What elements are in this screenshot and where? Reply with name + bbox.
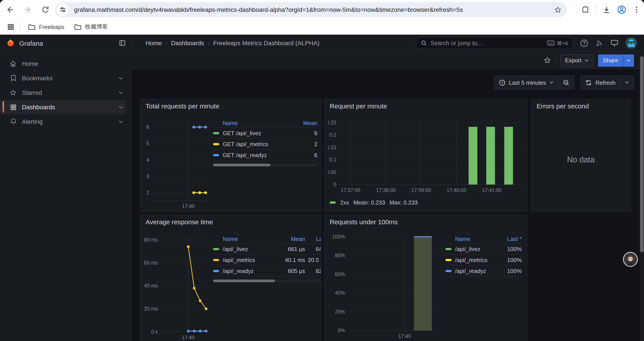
sidebar-toggle-icon[interactable]	[119, 40, 126, 47]
export-button[interactable]: Export	[560, 54, 594, 67]
sidebar-item-home[interactable]: Home	[0, 57, 131, 71]
svg-text:2: 2	[146, 190, 149, 195]
sidebar-item-label: Starred	[22, 89, 42, 96]
panel-errors-per-second[interactable]: Errors per second No data	[531, 99, 631, 212]
legend-scrollbar-thumb[interactable]	[213, 279, 275, 282]
legend-row[interactable]: GET /api/_metrics2	[213, 139, 318, 150]
apps-grid-icon[interactable]	[7, 23, 14, 31]
legend-row[interactable]: /api/_readyz605 µs620	[213, 265, 321, 276]
legend-scrollbar[interactable]	[213, 279, 321, 282]
grafana-app: Grafana Home › Dashboards › Freeleaps Me…	[0, 35, 644, 341]
panel-title[interactable]: Requests under 100ms	[330, 218, 398, 226]
grafana-logo[interactable]	[6, 39, 15, 47]
legend-column-name[interactable]: Name	[446, 235, 494, 242]
legend-row[interactable]: GET /api/_livez6	[213, 128, 318, 139]
svg-text:0.25: 0.25	[328, 120, 336, 126]
legend-column-mean[interactable]: Mean	[293, 120, 318, 126]
bookmark-icon	[10, 75, 17, 82]
legend-series-name[interactable]: /api/_livez	[446, 245, 494, 252]
legend-scrollbar[interactable]	[213, 164, 318, 166]
series-swatch	[446, 270, 452, 272]
help-icon[interactable]	[580, 39, 588, 47]
url-text[interactable]: grafana.mathmast.com/d/deytv4rwavabkb/fr…	[74, 6, 554, 13]
time-range-picker[interactable]: Last 5 minutes	[494, 76, 558, 89]
legend-column-last[interactable]: Last *	[494, 235, 522, 242]
actions-divider	[555, 56, 556, 65]
sidebar-item-label: Alerting	[22, 118, 43, 125]
legend-column-las[interactable]: Las	[305, 235, 321, 242]
favorite-dashboard-star-icon[interactable]	[544, 57, 551, 64]
legend-column-mean[interactable]: Mean	[278, 235, 305, 242]
legend-column-name[interactable]: Name	[213, 120, 293, 126]
svg-text:0%: 0%	[338, 327, 345, 333]
star-icon	[10, 89, 17, 96]
breadcrumb-dashboards[interactable]: Dashboards	[171, 40, 204, 47]
legend-series-name[interactable]: /api/_metrics	[446, 256, 494, 263]
legend-row[interactable]: /api/_readyz100%	[446, 265, 522, 276]
chevron-down-icon[interactable]	[118, 91, 123, 94]
url-bar[interactable]: grafana.mathmast.com/d/deytv4rwavabkb/fr…	[55, 2, 567, 17]
search-input[interactable]: Search or jump to... ⌘+k	[416, 37, 573, 49]
legend-series-name[interactable]: GET /api/_metrics	[213, 141, 293, 147]
panel-title[interactable]: Total requests per minute	[146, 102, 220, 110]
total-requests-chart[interactable]: 6543217:40	[142, 115, 215, 210]
panel-request-per-minute[interactable]: Request per minute 0.250.20.150.10.05017…	[324, 99, 528, 212]
svg-text:3: 3	[146, 173, 149, 179]
panel-title[interactable]: Errors per second	[536, 102, 589, 110]
requests-under-100ms-chart[interactable]: 100%80%60%40%20%0%17:40	[327, 231, 439, 341]
average-response-time-chart[interactable]: 80 ms60 ms40 ms20 ms0 s17:40	[142, 231, 215, 341]
sidebar-item-dashboards[interactable]: Dashboards	[0, 100, 126, 114]
legend-row[interactable]: /api/_metrics100%	[446, 254, 522, 265]
site-settings-icon[interactable]	[56, 4, 69, 16]
extensions-icon[interactable]	[581, 6, 590, 14]
back-icon[interactable]	[3, 2, 18, 17]
legend-series-name[interactable]: GET /api/_livez	[213, 130, 293, 136]
legend-row[interactable]: /api/_livez100%	[446, 244, 522, 254]
legend-scrollbar-thumb[interactable]	[213, 164, 270, 166]
legend-series-name[interactable]: /api/_readyz	[446, 267, 494, 274]
panel-requests-under-100ms[interactable]: Requests under 100ms 100%80%60%40%20%0%1…	[324, 215, 528, 341]
legend-column-name[interactable]: Name	[213, 235, 278, 242]
legend-series-name[interactable]: /api/_metrics	[213, 256, 278, 263]
legend-row[interactable]: GET /api/_readyz6	[213, 150, 318, 161]
bookmark-folder-blogs[interactable]: 收藏博客	[70, 21, 111, 33]
chevron-down-icon[interactable]	[118, 77, 123, 80]
series-swatch	[213, 259, 219, 261]
zoom-out-button[interactable]	[559, 76, 574, 89]
sidebar-item-bookmarks[interactable]: Bookmarks	[0, 71, 131, 85]
refresh-interval-dropdown[interactable]	[620, 76, 634, 89]
legend-series-name[interactable]: /api/_livez	[213, 245, 278, 252]
news-rss-icon[interactable]	[595, 39, 603, 47]
scrollbar-thumb[interactable]	[640, 56, 644, 252]
share-button[interactable]: Share	[598, 54, 634, 67]
reload-icon[interactable]	[38, 2, 52, 17]
share-dropdown[interactable]	[623, 54, 634, 67]
page-scrollbar[interactable]	[640, 55, 644, 341]
request-per-minute-chart[interactable]: 0.250.20.150.10.05017:37:0017:38:0017:39…	[328, 115, 526, 210]
assistant-avatar[interactable]	[623, 252, 638, 267]
user-avatar[interactable]	[626, 37, 637, 49]
bookmark-folder-freeleaps[interactable]: Freeleaps	[24, 22, 68, 32]
bookmark-page-star-icon[interactable]	[554, 6, 562, 14]
download-icon[interactable]	[602, 6, 611, 14]
forward-icon[interactable]	[20, 2, 35, 17]
kiosk-monitor-icon[interactable]	[610, 39, 618, 47]
browser-menu-icon[interactable]	[632, 6, 640, 14]
legend-row[interactable]: /api/_metrics40.1 ms20.5 m	[213, 254, 321, 265]
chevron-down-icon[interactable]	[118, 106, 123, 109]
sidebar-item-alerting[interactable]: Alerting	[0, 115, 131, 129]
panel-title[interactable]: Average response time	[146, 218, 213, 226]
profile-icon[interactable]	[617, 5, 626, 15]
refresh-button[interactable]: Refresh	[581, 76, 620, 89]
breadcrumb-home[interactable]: Home	[146, 40, 162, 47]
panel-total-requests-per-minute[interactable]: Total requests per minute 6543217:40 Nam…	[140, 99, 321, 212]
legend-value: 6	[293, 130, 318, 136]
legend-row[interactable]: /api/_livez661 µs646	[213, 244, 321, 254]
chevron-down-icon[interactable]	[118, 120, 123, 123]
legend-series-name[interactable]: /api/_readyz	[213, 267, 278, 274]
panel-title[interactable]: Request per minute	[330, 102, 387, 110]
sidebar-item-starred[interactable]: Starred	[0, 86, 131, 100]
legend-series-name[interactable]: GET /api/_readyz	[213, 152, 293, 158]
panel-inline-legend[interactable]: 2xx Mean: 0.233 Max: 0.233	[330, 199, 418, 206]
panel-average-response-time[interactable]: Average response time 80 ms60 ms40 ms20 …	[140, 215, 321, 341]
